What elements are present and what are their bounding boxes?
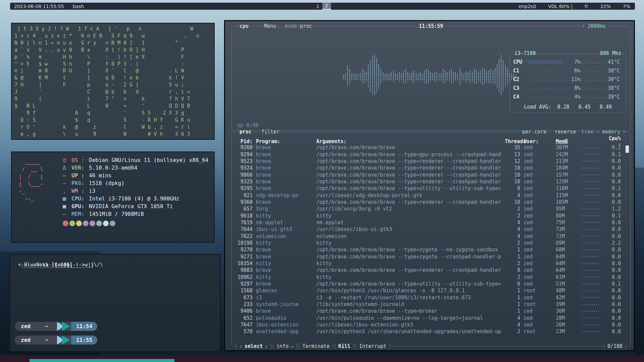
menu-button[interactable]: Menu [264, 23, 276, 29]
process-memory: 61M [556, 274, 578, 280]
process-row[interactable]: 657 Xorg /usr/lib/xorg/Xorg :0 vt2 2 zed… [232, 205, 630, 212]
fetch-info-row: – UP : 46 mins [63, 172, 208, 179]
refresh-plus-button[interactable]: + [582, 23, 585, 29]
process-memory: 69M [556, 240, 578, 246]
process-row[interactable]: 652 pulseaudio /usr/bin/pulseaudio --dae… [232, 315, 630, 321]
process-row[interactable]: 7644 ibus-ui-gtk3 /usr/libexec/ibus-ui-g… [232, 226, 630, 233]
wallpaper-building [635, 168, 644, 355]
process-program: kitty [256, 213, 313, 219]
info-button[interactable]: info↵ [273, 343, 297, 349]
mode-selector[interactable]: mode:proc [285, 23, 312, 29]
workspace-2-button[interactable]: 2 [322, 3, 331, 10]
process-threads: 1 [505, 308, 520, 314]
per-core-toggle[interactable]: per-core [522, 128, 546, 135]
sort-column-selector[interactable]: <memory> [597, 128, 626, 135]
process-memory-graph [581, 290, 599, 292]
kill-button[interactable]: Kill [335, 343, 354, 349]
process-row[interactable]: 9406 brave /opt/brave.com/brave/brave --… [232, 308, 630, 314]
process-row[interactable]: 9883 brave /opt/brave.com/brave/brave --… [232, 267, 630, 274]
process-arguments: /usr/libexec/ibus-extension-gtk3 [316, 322, 501, 328]
process-threads: 6 [505, 281, 520, 287]
column-user[interactable]: User: [524, 138, 552, 144]
process-row[interactable]: 9260 brave /opt/brave.com/brave/brave 35… [232, 144, 630, 151]
core-meter: .....:..::...... [527, 84, 566, 93]
interrupt-button[interactable]: Interrupt [356, 343, 390, 349]
process-memory-graph [581, 187, 599, 190]
process-row[interactable]: 9271 brave /opt/brave.com/brave/brave --… [232, 253, 630, 260]
process-pid: 9360 [235, 199, 253, 205]
terminate-button[interactable]: Terminate [299, 343, 333, 349]
column-memb[interactable]: MemB [556, 138, 578, 144]
process-row[interactable]: 7647 ibus-extension /usr/libexec/ibus-ex… [232, 321, 630, 328]
column-program[interactable]: Program: [256, 138, 313, 144]
matrix-line: Q : 5 $ q S - R H f G K u [14, 117, 211, 124]
process-memory-graph [581, 255, 599, 258]
process-cpu: 0.1 [603, 213, 621, 219]
process-row[interactable]: 921 xdg-desktop-po /usr/libexec/xdg-desk… [232, 192, 630, 198]
process-row[interactable]: 1568 glances /usr/bin/python3 /usr/bin/g… [232, 287, 630, 294]
palette-dot [63, 221, 68, 226]
process-row[interactable]: 7622 volumeicon volumeicon 4 zed 72M 0.0 [232, 233, 630, 239]
process-user: zed [524, 322, 552, 328]
arrow-up-icon[interactable]: ↑ [239, 343, 243, 349]
refresh-minus-button[interactable]: - [608, 23, 611, 29]
process-row[interactable]: 10962 kitty kitty 2 zed 61M 0.0 [232, 274, 630, 281]
fetch-row-label: UP : [71, 172, 89, 179]
column-threads[interactable]: Threads: [505, 138, 520, 144]
workspace-1-button[interactable]: 1 [313, 3, 322, 10]
process-pid: 9618 [235, 213, 253, 219]
cpu-core-row: CPU 7% :::...... 41°C [510, 58, 626, 66]
process-row[interactable]: 9523 brave /opt/brave.com/brave/brave --… [232, 158, 630, 165]
cowsay-line: || || [18, 261, 94, 268]
cpu-model: i3-7100 [515, 50, 536, 57]
process-row[interactable]: 9270 brave /opt/brave.com/brave/brave --… [232, 246, 630, 253]
process-threads: 10 [505, 165, 520, 171]
debian-ascii-logo: _____ / __ \ | / | | \___- -_ --_ [16, 158, 43, 202]
prompt-time: 11:55 [71, 336, 97, 345]
palette-dot [96, 221, 102, 226]
process-row[interactable]: 9618 kitty kitty 2 zed 80M 0.1 [232, 212, 630, 219]
process-row[interactable]: 10354 kitty kitty 2 zed 64M 0.0 [232, 260, 630, 267]
process-memory: 64M [556, 267, 578, 273]
core-temperature: 39°C [602, 94, 620, 100]
process-memory-graph [581, 146, 599, 149]
process-row[interactable]: 10198 kitty kitty 2 zed 69M 2.2 [232, 240, 630, 246]
process-arguments: i3 -a --restart /run/user/1000/i3/restar… [316, 295, 501, 301]
sort-next-icon[interactable]: > [623, 129, 626, 135]
process-row[interactable]: 570 unattended-upg /usr/bin/python3 /usr… [232, 328, 630, 335]
process-user: zed [524, 172, 552, 178]
column-arguments[interactable]: Arguments: [316, 138, 501, 144]
process-row[interactable]: 9294 brave /opt/brave.com/brave/brave --… [232, 151, 630, 158]
process-program: brave [256, 144, 313, 150]
column-pid[interactable]: Pid: [235, 138, 253, 144]
core-meter: ......::........ [527, 75, 566, 84]
enter-icon: ↵ [290, 343, 293, 349]
filter-button[interactable]: filter [261, 128, 279, 135]
process-row[interactable]: 233 systemd-journa /lib/systemd/systemd-… [232, 301, 630, 308]
process-row[interactable]: 9360 brave /opt/brave.com/brave/brave --… [232, 199, 630, 205]
scrollbar-thumb[interactable] [626, 145, 629, 153]
process-row[interactable]: 9297 brave /opt/brave.com/brave/brave --… [232, 281, 630, 287]
process-memory: 75M [556, 220, 578, 226]
reverse-toggle[interactable]: reverse [555, 128, 576, 135]
cpu-box-title: ¹cpu [236, 23, 249, 29]
core-mini-graph: :::...... [580, 77, 602, 82]
process-row[interactable]: 7619 nm-applet nm-applet 4 zed 75M 0.0 [232, 219, 630, 226]
process-row[interactable]: 9866 brave /opt/brave.com/brave/brave --… [232, 171, 630, 178]
core-name: CPU [513, 59, 527, 65]
palette-dot [103, 221, 109, 226]
sort-prev-icon[interactable]: < [597, 129, 600, 135]
process-threads: 12 [505, 158, 520, 164]
process-user: zed [524, 295, 552, 301]
process-row[interactable]: 673 i3 i3 -a --restart /run/user/1000/i3… [232, 294, 630, 301]
arrow-down-icon[interactable]: ↓ [265, 343, 268, 349]
process-arguments: /opt/brave.com/brave/brave --type=gpu-pr… [316, 152, 501, 158]
process-row[interactable]: 9325 brave /opt/brave.com/brave/brave --… [232, 178, 630, 185]
process-row[interactable]: 9295 brave /opt/brave.com/brave/brave --… [232, 185, 630, 192]
matrix-line: 9 ( i 7 " > k ? h V T [14, 96, 211, 103]
tree-toggle[interactable]: tree [581, 128, 593, 135]
core-dot-meter: ......::........ [527, 77, 572, 82]
select-control[interactable]: ↑select↓ [236, 343, 271, 349]
process-row[interactable]: 9324 brave /opt/brave.com/brave/brave --… [232, 165, 630, 171]
uptime: up 0:48 [237, 122, 258, 128]
